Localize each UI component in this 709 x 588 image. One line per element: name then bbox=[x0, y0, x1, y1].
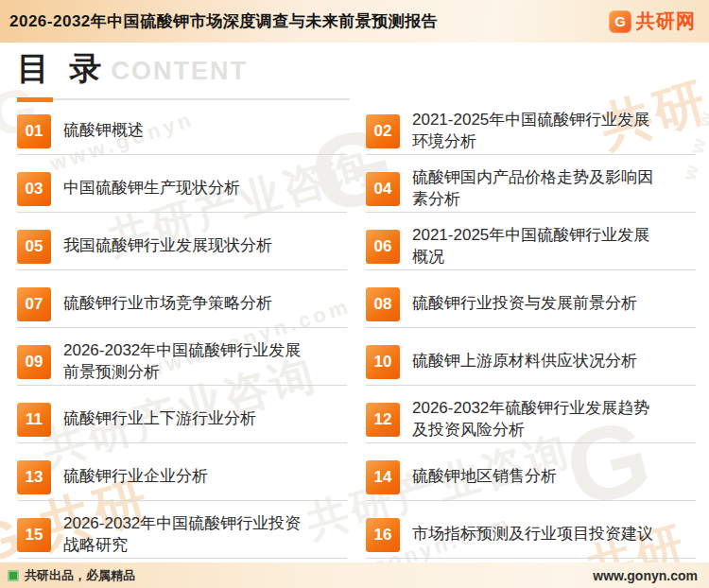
toc-item-label: 硫酸钾概述 bbox=[63, 120, 144, 141]
toc-item-number: 07 bbox=[17, 287, 51, 321]
toc-item-13[interactable]: 13 硫酸钾行业企业分析 bbox=[17, 448, 351, 506]
toc-item-02[interactable]: 02 2021-2025年中国硫酸钾行业发展 环境分析 bbox=[366, 102, 700, 160]
report-title: 2026-2032年中国硫酸钾市场深度调查与未来前景预测报告 bbox=[9, 10, 438, 32]
toc-title: 目 录 bbox=[17, 50, 107, 86]
toc-item-label: 硫酸钾行业投资与发展前景分析 bbox=[412, 293, 637, 314]
toc-item-number: 01 bbox=[17, 114, 51, 148]
toc-item-number: 09 bbox=[17, 345, 51, 379]
toc-item-label: 硫酸钾国内产品价格走势及影响因 素分析 bbox=[412, 167, 653, 209]
toc-item-label: 硫酸钾行业上下游行业分析 bbox=[63, 408, 256, 429]
toc-item-16[interactable]: 16 市场指标预测及行业项目投资建议 bbox=[366, 506, 700, 562]
toc-item-number: 04 bbox=[366, 172, 400, 206]
toc-column-right: 02 2021-2025年中国硫酸钾行业发展 环境分析 04 硫酸钾国内产品价格… bbox=[366, 102, 700, 562]
toc-item-label: 硫酸钾地区销售分析 bbox=[412, 466, 557, 487]
toc-item-04[interactable]: 04 硫酸钾国内产品价格走势及影响因 素分析 bbox=[366, 160, 700, 217]
toc-item-number: 05 bbox=[17, 230, 51, 264]
toc-item-number: 15 bbox=[17, 518, 51, 552]
logo-g-icon: G bbox=[609, 10, 631, 33]
toc-item-label: 硫酸钾上游原材料供应状况分析 bbox=[412, 351, 637, 372]
toc-header: 目 录CONTENT bbox=[17, 47, 350, 100]
footer-url[interactable]: www.gonyn.com bbox=[593, 568, 698, 583]
toc-item-label: 市场指标预测及行业项目投资建议 bbox=[412, 524, 653, 545]
toc-item-06[interactable]: 06 2021-2025年中国硫酸钾行业发展 概况 bbox=[366, 217, 700, 275]
toc-item-07[interactable]: 07 硫酸钾行业市场竞争策略分析 bbox=[17, 275, 351, 333]
logo[interactable]: G 共研网 bbox=[609, 9, 696, 34]
toc-item-08[interactable]: 08 硫酸钾行业投资与发展前景分析 bbox=[366, 275, 700, 333]
toc-item-01[interactable]: 01 硫酸钾概述 bbox=[17, 102, 351, 160]
toc-item-number: 06 bbox=[366, 230, 400, 264]
toc-item-label: 2026-2032年中国硫酸钾行业投资 战略研究 bbox=[63, 513, 301, 555]
toc-item-15[interactable]: 15 2026-2032年中国硫酸钾行业投资 战略研究 bbox=[17, 506, 351, 562]
toc-item-12[interactable]: 12 2026-2032年硫酸钾行业发展趋势 及投资风险分析 bbox=[366, 390, 700, 448]
toc-item-number: 12 bbox=[366, 403, 400, 437]
footer-bar: 共研出品，必属精品 www.gonyn.com bbox=[0, 562, 709, 588]
toc-item-11[interactable]: 11 硫酸钾行业上下游行业分析 bbox=[17, 390, 351, 448]
toc-item-label: 我国硫酸钾行业发展现状分析 bbox=[63, 235, 272, 256]
toc-subtitle-watermark: CONTENT bbox=[111, 57, 248, 85]
toc-item-number: 10 bbox=[366, 345, 400, 379]
toc-item-05[interactable]: 05 我国硫酸钾行业发展现状分析 bbox=[17, 217, 351, 275]
toc-item-14[interactable]: 14 硫酸钾地区销售分析 bbox=[366, 448, 700, 506]
toc-item-label: 2026-2032年中国硫酸钾行业发展 前景预测分析 bbox=[63, 340, 301, 382]
toc-item-number: 13 bbox=[17, 460, 51, 494]
toc-item-number: 02 bbox=[366, 114, 400, 148]
toc-item-label: 2021-2025年中国硫酸钾行业发展 环境分析 bbox=[412, 110, 649, 151]
footer-slogan-text: 共研出品，必属精品 bbox=[25, 567, 135, 584]
toc-page: Gwww.gonyn共研产业咨询G共研w w w共研产业咨询www.gonyn.… bbox=[0, 43, 709, 562]
quality-badge-icon bbox=[8, 570, 19, 581]
toc-item-label: 硫酸钾行业市场竞争策略分析 bbox=[63, 293, 272, 314]
toc-item-number: 14 bbox=[366, 460, 400, 494]
footer-slogan: 共研出品，必属精品 bbox=[8, 567, 135, 584]
logo-text: 共研网 bbox=[636, 9, 696, 34]
toc-item-label: 中国硫酸钾生产现状分析 bbox=[63, 178, 240, 199]
toc-item-number: 08 bbox=[366, 287, 400, 321]
header-bar: 2026-2032年中国硫酸钾市场深度调查与未来前景预测报告 G 共研网 bbox=[0, 0, 709, 43]
toc-item-03[interactable]: 03 中国硫酸钾生产现状分析 bbox=[17, 160, 351, 217]
toc-item-number: 16 bbox=[366, 518, 400, 552]
toc-item-10[interactable]: 10 硫酸钾上游原材料供应状况分析 bbox=[366, 333, 700, 390]
toc-column-left: 01 硫酸钾概述 03 中国硫酸钾生产现状分析 05 我国硫酸钾行业发展现状分析… bbox=[17, 102, 351, 562]
toc-item-label: 硫酸钾行业企业分析 bbox=[63, 466, 208, 487]
toc-item-09[interactable]: 09 2026-2032年中国硫酸钾行业发展 前景预测分析 bbox=[17, 333, 351, 390]
toc-item-number: 11 bbox=[17, 403, 51, 437]
toc-item-number: 03 bbox=[17, 172, 51, 206]
toc-item-label: 2026-2032年硫酸钾行业发展趋势 及投资风险分析 bbox=[412, 398, 649, 440]
toc-item-label: 2021-2025年中国硫酸钾行业发展 概况 bbox=[412, 225, 649, 267]
toc-grid: 01 硫酸钾概述 03 中国硫酸钾生产现状分析 05 我国硫酸钾行业发展现状分析… bbox=[0, 100, 709, 562]
